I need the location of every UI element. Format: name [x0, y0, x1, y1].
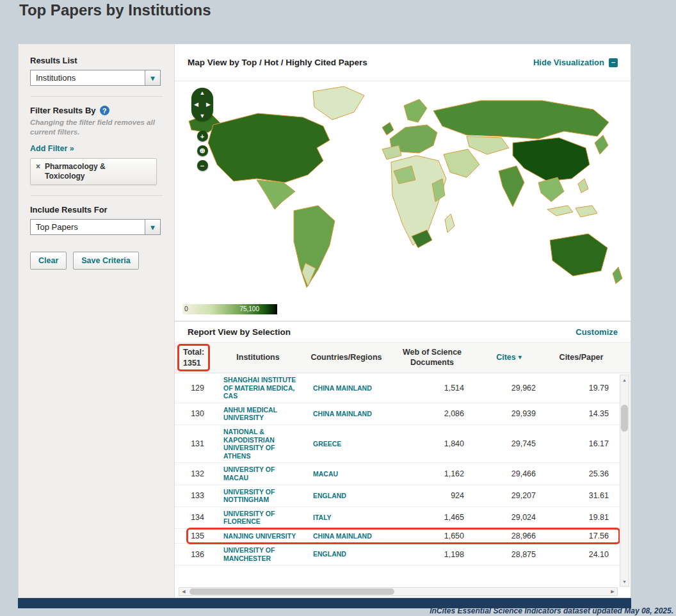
vertical-scrollbar-thumb[interactable]	[621, 405, 628, 432]
map-region-japan[interactable]	[595, 135, 608, 154]
institution-link[interactable]: NANJING UNIVERSITY	[214, 532, 302, 540]
map-region-central-asia[interactable]	[467, 136, 509, 154]
filter-section: Filter Results By ? Changing the filter …	[30, 96, 163, 185]
country-cell: ENGLAND	[302, 550, 391, 558]
pan-right-icon[interactable]: ▶	[206, 101, 211, 108]
world-map[interactable]	[180, 84, 628, 295]
country-cell: GREECE	[302, 440, 391, 448]
zoom-out-button[interactable]: −	[197, 160, 208, 171]
institution-link[interactable]: NATIONAL & KAPODISTRIAN UNIVERSITY OF AT…	[214, 428, 302, 460]
documents-cell: 2,086	[391, 409, 473, 418]
map-region-madagascar[interactable]	[445, 214, 455, 232]
map-region-indonesia-west[interactable]	[547, 206, 573, 216]
map-region-mexico[interactable]	[257, 180, 295, 209]
cites-header-label: Cites	[496, 353, 516, 363]
map-region-north-america[interactable]	[208, 113, 330, 182]
map-region-southeast-asia[interactable]	[538, 177, 564, 202]
map-region-china[interactable]	[513, 138, 590, 181]
include-results-label: Include Results For	[30, 205, 163, 215]
scroll-down-icon[interactable]: ▼	[620, 577, 629, 586]
rank-cell: 131	[175, 439, 214, 448]
column-header-countries[interactable]: Countries/Regions	[302, 353, 391, 363]
chevron-down-icon[interactable]: ▾	[145, 70, 160, 85]
map-view-header: Map View by Top / Hot / Highly Cited Pap…	[175, 44, 631, 81]
cites-per-paper-cell: 14.35	[545, 409, 618, 418]
column-header-cites-paper[interactable]: Cites/Paper	[545, 353, 618, 363]
filter-chip: × Pharmacology & Toxicology	[30, 158, 157, 185]
documents-cell: 1,198	[391, 550, 473, 559]
pan-down-icon[interactable]: ▼	[200, 113, 205, 119]
rank-cell: 135	[175, 531, 214, 540]
institution-link[interactable]: UNIVERSITY OF FLORENCE	[214, 510, 302, 526]
cites-cell: 29,939	[473, 409, 545, 418]
help-icon[interactable]: ?	[100, 106, 109, 115]
horizontal-scrollbar[interactable]: ◀ ▶	[179, 587, 618, 596]
table-row: 129 SHANGHAI INSTITUTE OF MATERIA MEDICA…	[175, 373, 620, 403]
institution-link[interactable]: UNIVERSITY OF MANCHESTER	[214, 546, 302, 562]
institution-link[interactable]: UNIVERSITY OF NOTTINGHAM	[214, 488, 302, 504]
institution-link[interactable]: SHANGHAI INSTITUTE OF MATERIA MEDICA, CA…	[214, 376, 302, 400]
documents-cell: 1,650	[391, 531, 473, 540]
map-region-india[interactable]	[499, 166, 524, 207]
vertical-scrollbar[interactable]: ▲ ▼	[620, 375, 629, 587]
map-visualization[interactable]: ▲ ◀ ▶ ▼ + ⊕ − 0 75,100	[175, 81, 631, 321]
table-row: 130 ANHUI MEDICAL UNIVERSITY CHINA MAINL…	[175, 403, 620, 425]
map-region-iberia[interactable]	[382, 145, 401, 159]
globe-reset-button[interactable]: ⊕	[197, 145, 208, 156]
scroll-right-icon[interactable]: ▶	[608, 588, 617, 596]
report-view-header: Report View by Selection Customize	[175, 321, 631, 343]
map-region-russia[interactable]	[433, 101, 609, 139]
horizontal-scrollbar-thumb[interactable]	[189, 588, 394, 595]
map-region-australia[interactable]	[550, 234, 608, 276]
documents-cell: 1,840	[391, 439, 473, 448]
map-region-indonesia-east[interactable]	[575, 206, 597, 217]
save-criteria-button[interactable]: Save Criteria	[73, 252, 138, 270]
main-panel: Results List Institutions ▾ Filter Resul…	[18, 44, 631, 598]
pan-left-icon[interactable]: ◀	[194, 101, 198, 108]
institution-link[interactable]: UNIVERSITY OF MACAU	[214, 466, 302, 482]
scroll-up-icon[interactable]: ▲	[620, 375, 629, 384]
criteria-buttons: Clear Save Criteria	[30, 252, 163, 270]
cites-per-paper-cell: 31.61	[545, 491, 618, 500]
map-region-greenland[interactable]	[313, 86, 364, 120]
table-row: 133 UNIVERSITY OF NOTTINGHAM ENGLAND 924…	[175, 485, 620, 507]
cites-per-paper-cell: 25.36	[545, 469, 618, 478]
dataset-update-note: InCites Essential Science Indicators dat…	[430, 606, 673, 615]
column-header-cites[interactable]: Cites ▾	[473, 353, 545, 363]
clear-button[interactable]: Clear	[30, 252, 67, 270]
column-header-institutions[interactable]: Institutions	[214, 353, 302, 363]
zoom-in-button[interactable]: +	[197, 131, 208, 142]
map-region-south-america[interactable]	[294, 206, 335, 288]
page-title: Top Papers by Institutions	[19, 1, 211, 19]
include-results-select[interactable]: Top Papers ▾	[30, 219, 161, 235]
customize-link[interactable]: Customize	[575, 327, 618, 337]
rank-cell: 129	[175, 384, 214, 393]
map-region-uk[interactable]	[382, 122, 394, 135]
institution-link[interactable]: ANHUI MEDICAL UNIVERSITY	[214, 406, 302, 422]
cites-cell: 29,466	[473, 469, 545, 478]
results-list-label: Results List	[30, 56, 163, 65]
remove-filter-icon[interactable]: ×	[36, 162, 40, 172]
cites-cell: 28,966	[473, 531, 545, 540]
map-region-scandinavia[interactable]	[404, 99, 427, 122]
add-filter-link[interactable]: Add Filter »	[30, 144, 74, 153]
documents-cell: 1,514	[391, 384, 473, 393]
rank-cell: 130	[175, 409, 214, 418]
chevron-down-icon[interactable]: ▾	[145, 220, 160, 234]
cites-per-paper-cell: 17.56	[545, 531, 618, 540]
pan-up-icon[interactable]: ▲	[200, 90, 205, 96]
cites-per-paper-cell: 19.81	[545, 513, 618, 522]
include-results-section: Include Results For Top Papers ▾	[30, 195, 163, 235]
country-cell: ITALY	[302, 514, 391, 522]
map-region-new-zealand[interactable]	[613, 267, 622, 284]
results-list-select[interactable]: Institutions ▾	[30, 70, 161, 86]
hide-visualization-label: Hide Visualization	[533, 58, 604, 67]
hide-visualization-link[interactable]: Hide Visualization –	[533, 58, 618, 67]
collapse-icon[interactable]: –	[609, 58, 618, 67]
map-region-philippines[interactable]	[578, 179, 588, 193]
map-region-middle-east[interactable]	[444, 149, 479, 177]
results-list-value: Institutions	[31, 73, 145, 83]
column-header-documents[interactable]: Web of Science Documents	[391, 348, 473, 368]
scroll-left-icon[interactable]: ◀	[179, 588, 188, 596]
map-pan-control[interactable]: ▲ ◀ ▶ ▼	[191, 88, 213, 121]
